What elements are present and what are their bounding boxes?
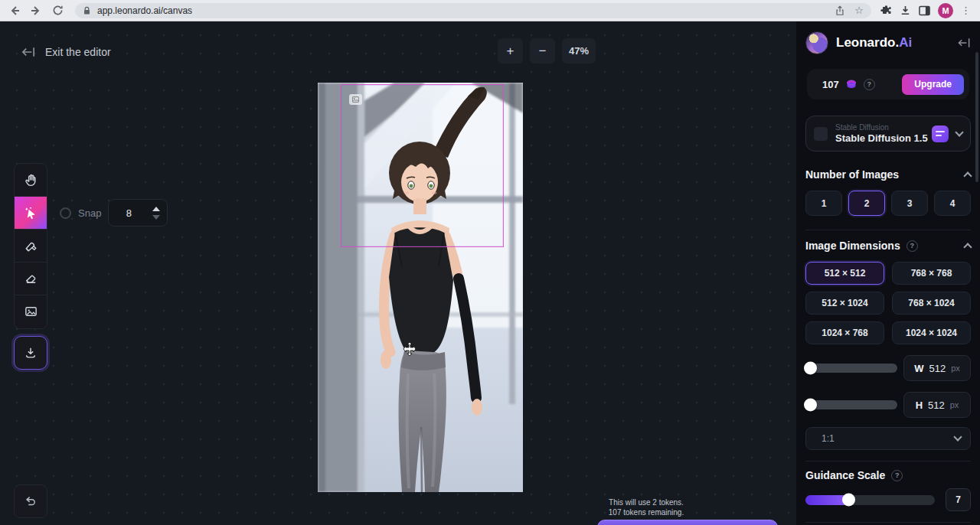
guidance-scale-knob[interactable] bbox=[842, 494, 855, 507]
back-icon[interactable] bbox=[6, 2, 23, 19]
height-value-box[interactable]: H 512 px bbox=[903, 392, 971, 418]
tool-palette bbox=[14, 163, 47, 329]
dimension-option-512x1024[interactable]: 512 × 1024 bbox=[805, 292, 884, 315]
token-usage-line2: 107 tokens remaining. bbox=[570, 507, 723, 517]
token-usage-line1: This will use 2 tokens. bbox=[570, 497, 723, 507]
exit-editor-button[interactable]: Exit the editor bbox=[21, 46, 111, 58]
section-divider bbox=[805, 230, 971, 230]
num-images-option-1[interactable]: 1 bbox=[805, 191, 842, 216]
model-thumbnail bbox=[814, 127, 828, 141]
leonardo-canvas-app: Exit the editor + − 47% bbox=[0, 21, 980, 525]
guidance-scale-header: Guidance Scale ? bbox=[805, 469, 971, 481]
height-slider[interactable] bbox=[805, 400, 897, 409]
model-card-icon bbox=[932, 126, 949, 142]
sidebar-scrollbar[interactable] bbox=[975, 52, 978, 182]
aspect-ratio-dropdown[interactable]: 1:1 bbox=[805, 427, 971, 450]
hand-icon bbox=[24, 173, 38, 188]
number-of-images-collapse-icon[interactable] bbox=[963, 171, 972, 180]
width-value: 512 bbox=[929, 363, 946, 374]
snap-value-input[interactable]: 8 bbox=[108, 199, 168, 227]
dimension-option-768x768[interactable]: 768 × 768 bbox=[892, 262, 971, 285]
number-of-images-title: Number of Images bbox=[805, 168, 899, 181]
zoom-in-button[interactable]: + bbox=[498, 38, 523, 64]
erase-tool-button[interactable] bbox=[15, 262, 47, 295]
downloads-icon[interactable] bbox=[900, 5, 911, 16]
upgrade-button[interactable]: Upgrade bbox=[902, 74, 964, 95]
image-dimensions-collapse-icon[interactable] bbox=[963, 243, 972, 251]
snap-value[interactable]: 8 bbox=[109, 207, 149, 219]
undo-button[interactable] bbox=[14, 484, 47, 518]
magic-cursor-icon bbox=[24, 206, 38, 220]
settings-sidebar: Leonardo.Ai 107 ? Upgrade Stable Diffusi… bbox=[796, 21, 980, 525]
snap-label: Snap bbox=[78, 207, 101, 219]
snap-control: Snap 8 bbox=[60, 199, 168, 227]
aspect-ratio-chevron-icon bbox=[953, 432, 962, 441]
width-label: W bbox=[914, 363, 923, 374]
tokens-help-icon[interactable]: ? bbox=[864, 79, 875, 90]
guidance-scale-title: Guidance Scale bbox=[805, 469, 885, 481]
leonardo-logo-avatar bbox=[805, 31, 828, 54]
dimension-option-768x1024[interactable]: 768 × 1024 bbox=[892, 292, 971, 315]
aspect-ratio-value: 1:1 bbox=[822, 433, 835, 444]
browser-toolbar: app.leonardo.ai/canvas ☆ M ⋮ bbox=[0, 0, 980, 21]
bookmark-star-icon[interactable]: ☆ bbox=[854, 5, 864, 16]
snap-decrement-icon[interactable] bbox=[152, 215, 160, 220]
token-balance-pill: 107 ? Upgrade bbox=[807, 69, 969, 99]
model-selector[interactable]: Stable Diffusion Stable Diffusion 1.5 bbox=[805, 116, 971, 152]
share-icon[interactable] bbox=[835, 5, 845, 16]
section-divider bbox=[805, 461, 971, 461]
width-value-box[interactable]: W 512 px bbox=[903, 355, 971, 381]
side-panel-icon[interactable] bbox=[919, 5, 930, 16]
brand-name: Leonardo.Ai bbox=[836, 35, 912, 51]
exit-editor-label: Exit the editor bbox=[45, 46, 111, 58]
width-slider-knob[interactable] bbox=[804, 362, 817, 375]
pan-tool-button[interactable] bbox=[15, 164, 47, 197]
paint-tool-button[interactable] bbox=[15, 230, 47, 262]
image-dimensions-help-icon[interactable]: ? bbox=[906, 240, 918, 252]
num-images-option-3[interactable]: 3 bbox=[891, 191, 928, 216]
forward-icon[interactable] bbox=[28, 2, 44, 19]
num-images-option-2[interactable]: 2 bbox=[848, 191, 885, 216]
height-value: 512 bbox=[928, 399, 945, 411]
height-slider-knob[interactable] bbox=[804, 399, 817, 412]
model-selector-label: Stable Diffusion bbox=[835, 123, 924, 132]
address-bar[interactable]: app.leonardo.ai/canvas ☆ bbox=[75, 3, 871, 18]
frame-image-badge-icon[interactable] bbox=[349, 94, 362, 105]
generation-frame[interactable] bbox=[341, 84, 504, 247]
collapse-sidebar-icon[interactable] bbox=[958, 38, 971, 48]
lock-icon bbox=[83, 6, 91, 15]
height-unit: px bbox=[950, 400, 959, 409]
extensions-icon[interactable] bbox=[880, 5, 892, 16]
model-selector-value: Stable Diffusion 1.5 bbox=[835, 132, 924, 144]
image-tool-button[interactable] bbox=[15, 295, 47, 328]
token-usage-note: This will use 2 tokens. 107 tokens remai… bbox=[570, 497, 723, 517]
browser-menu-icon[interactable]: ⋮ bbox=[961, 5, 971, 16]
zoom-out-button[interactable]: − bbox=[530, 38, 555, 64]
reload-icon[interactable] bbox=[49, 2, 66, 19]
download-artwork-button[interactable] bbox=[14, 336, 47, 370]
num-images-option-4[interactable]: 4 bbox=[934, 191, 971, 216]
zoom-level-display: 47% bbox=[562, 38, 596, 64]
section-divider bbox=[805, 522, 971, 523]
model-chevron-down-icon bbox=[955, 128, 963, 136]
guidance-scale-slider[interactable] bbox=[805, 495, 935, 505]
dimension-option-1024x768[interactable]: 1024 × 768 bbox=[805, 321, 884, 344]
select-tool-button[interactable] bbox=[15, 197, 47, 230]
dimension-option-512x512[interactable]: 512 × 512 bbox=[805, 262, 884, 285]
guidance-scale-help-icon[interactable]: ? bbox=[891, 470, 903, 481]
generate-button[interactable] bbox=[597, 520, 778, 525]
snap-increment-icon[interactable] bbox=[152, 207, 160, 211]
height-control: H 512 px bbox=[805, 392, 971, 418]
width-control: W 512 px bbox=[805, 355, 971, 381]
width-slider[interactable] bbox=[805, 364, 897, 373]
number-of-images-options: 1 2 3 4 bbox=[805, 191, 971, 216]
zoom-controls: + − 47% bbox=[498, 38, 596, 64]
guidance-scale-control: 7 bbox=[805, 488, 971, 511]
browser-profile-avatar[interactable]: M bbox=[938, 3, 953, 18]
dimension-option-1024x1024[interactable]: 1024 × 1024 bbox=[892, 321, 971, 344]
canvas-workspace[interactable]: Exit the editor + − 47% bbox=[0, 21, 796, 525]
snap-toggle-radio[interactable] bbox=[60, 207, 71, 219]
number-of-images-header: Number of Images bbox=[805, 168, 971, 181]
height-label: H bbox=[916, 399, 923, 411]
image-dimensions-options: 512 × 512 768 × 768 512 × 1024 768 × 102… bbox=[805, 262, 971, 344]
